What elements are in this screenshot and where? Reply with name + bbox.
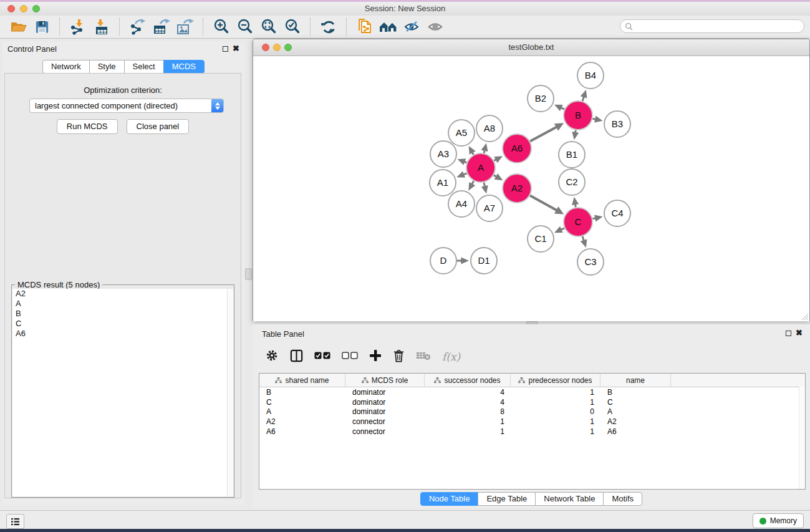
- export-table-button[interactable]: [150, 17, 173, 37]
- result-list-item[interactable]: B: [12, 309, 228, 319]
- import-table-button[interactable]: [90, 17, 113, 37]
- mcds-result-title: MCDS result (5 nodes): [15, 280, 102, 289]
- graph-node-A[interactable]: A: [466, 153, 495, 182]
- graph-node-C4[interactable]: C4: [604, 200, 630, 226]
- table-row[interactable]: Cdominator41C: [259, 397, 805, 407]
- zoom-out-button[interactable]: [233, 17, 257, 37]
- result-list-item[interactable]: C: [12, 319, 228, 329]
- graph-node-B3[interactable]: B3: [604, 111, 630, 137]
- graph-node-C[interactable]: C: [564, 208, 592, 236]
- graph-edge-A6-B[interactable]: [530, 127, 557, 141]
- delete-table-button[interactable]: [416, 351, 431, 363]
- close-network-window-button[interactable]: [262, 44, 269, 51]
- graph-node-A6[interactable]: A6: [503, 134, 531, 163]
- graph-node-A2[interactable]: A2: [503, 174, 531, 203]
- graph-edge-A2-C[interactable]: [530, 196, 557, 211]
- export-network-button[interactable]: [126, 17, 150, 37]
- zoom-fit-button[interactable]: [257, 17, 281, 37]
- show-graphics-details-button[interactable]: [424, 17, 448, 37]
- column-header-predecessor-nodes[interactable]: predecessor nodes: [511, 374, 600, 387]
- result-list-item[interactable]: A2: [12, 289, 228, 299]
- tab-edge-table[interactable]: Edge Table: [478, 492, 536, 506]
- graph-node-C1[interactable]: C1: [528, 226, 554, 252]
- graph-node-B4[interactable]: B4: [577, 62, 604, 89]
- table-row[interactable]: A6connector11A6: [259, 427, 805, 437]
- zoom-in-button[interactable]: [210, 17, 233, 37]
- close-window-button[interactable]: [7, 5, 15, 12]
- tab-mcds[interactable]: MCDS: [163, 60, 205, 74]
- graph-node-D[interactable]: D: [430, 248, 456, 274]
- show-column-button[interactable]: [290, 349, 303, 365]
- graph-node-A1[interactable]: A1: [430, 170, 456, 196]
- optimization-criterion-dropdown[interactable]: largest connected component (directed): [29, 99, 224, 113]
- main-toolbar: [0, 16, 810, 39]
- eye-icon: [427, 19, 445, 34]
- graph-node-A3[interactable]: A3: [430, 141, 456, 167]
- select-all-columns-button[interactable]: [314, 351, 330, 362]
- column-header-MCDS-role[interactable]: MCDS role: [345, 374, 425, 387]
- minimize-window-button[interactable]: [20, 5, 27, 12]
- result-list-scrollbar[interactable]: [227, 289, 233, 496]
- tab-node-table[interactable]: Node Table: [420, 492, 479, 506]
- run-mcds-button[interactable]: Run MCDS: [57, 119, 118, 134]
- column-header-successor-nodes[interactable]: successor nodes: [425, 374, 511, 387]
- first-neighbors-button[interactable]: [377, 17, 400, 37]
- network-canvas[interactable]: B4B2BB3A8A5A6A3B1AC2A1A2A4A7C4CC1C3DD1: [253, 56, 809, 321]
- resize-grip-icon[interactable]: [800, 312, 809, 321]
- hide-selection-button[interactable]: [400, 17, 424, 37]
- graph-node-B2[interactable]: B2: [528, 85, 554, 112]
- tab-motifs[interactable]: Motifs: [603, 492, 642, 506]
- memory-button[interactable]: Memory: [753, 513, 804, 528]
- table-scrollbar[interactable]: [799, 387, 805, 489]
- zoom-network-window-button[interactable]: [284, 44, 292, 51]
- search-field[interactable]: [620, 19, 804, 33]
- tab-style[interactable]: Style: [89, 60, 125, 74]
- table-row[interactable]: Bdominator41B: [259, 387, 805, 397]
- network-window-titlebar[interactable]: testGlobe.txt: [253, 39, 809, 56]
- search-input[interactable]: [633, 21, 804, 32]
- float-table-panel-icon[interactable]: [786, 331, 791, 336]
- save-session-button[interactable]: [30, 17, 54, 37]
- network-from-selection-button[interactable]: [353, 17, 377, 37]
- close-panel-icon[interactable]: ✖: [233, 44, 239, 53]
- table-settings-button[interactable]: [265, 349, 279, 365]
- graph-node-D1[interactable]: D1: [471, 248, 497, 274]
- graph-node-B[interactable]: B: [564, 101, 592, 130]
- open-session-button[interactable]: [6, 17, 30, 37]
- result-list-item[interactable]: A: [12, 299, 228, 309]
- graph-node-C3[interactable]: C3: [577, 249, 604, 275]
- graph-node-A7[interactable]: A7: [476, 195, 503, 221]
- delete-column-button[interactable]: [393, 349, 405, 365]
- export-image-button[interactable]: [173, 17, 197, 37]
- float-panel-icon[interactable]: [223, 46, 228, 52]
- minimize-network-window-button[interactable]: [273, 44, 281, 51]
- network-graph[interactable]: B4B2BB3A8A5A6A3B1AC2A1A2A4A7C4CC1C3DD1: [253, 56, 809, 321]
- unselect-all-columns-button[interactable]: [342, 351, 358, 362]
- task-history-button[interactable]: [6, 514, 24, 529]
- apply-layout-button[interactable]: [317, 17, 340, 37]
- node-label: B4: [585, 70, 596, 80]
- import-network-button[interactable]: [66, 17, 90, 37]
- tab-network[interactable]: Network: [42, 60, 90, 74]
- tab-network-table[interactable]: Network Table: [535, 492, 604, 506]
- table-row[interactable]: A2connector11A2: [259, 417, 805, 427]
- table-row[interactable]: Adominator80A: [259, 407, 805, 417]
- graph-node-A4[interactable]: A4: [448, 191, 475, 217]
- function-builder-button[interactable]: f(x): [442, 351, 460, 363]
- graph-node-A5[interactable]: A5: [448, 120, 475, 146]
- status-bar: Memory: [0, 510, 810, 529]
- graph-node-B1[interactable]: B1: [559, 142, 585, 168]
- mcds-result-list[interactable]: A2ABCA6: [12, 289, 228, 496]
- result-list-item[interactable]: A6: [12, 329, 228, 339]
- column-header-shared-name[interactable]: shared name: [259, 374, 345, 387]
- create-column-button[interactable]: [369, 349, 382, 364]
- graph-node-A8[interactable]: A8: [476, 115, 503, 142]
- zoom-selected-button[interactable]: [281, 17, 304, 37]
- vertical-splitter-grip[interactable]: [245, 268, 252, 280]
- zoom-window-button[interactable]: [32, 5, 40, 12]
- column-header-name[interactable]: name: [600, 374, 671, 387]
- close-table-panel-icon[interactable]: ✖: [796, 329, 803, 337]
- close-panel-button[interactable]: Close panel: [127, 119, 190, 134]
- tab-select[interactable]: Select: [124, 60, 164, 74]
- graph-node-C2[interactable]: C2: [559, 169, 585, 195]
